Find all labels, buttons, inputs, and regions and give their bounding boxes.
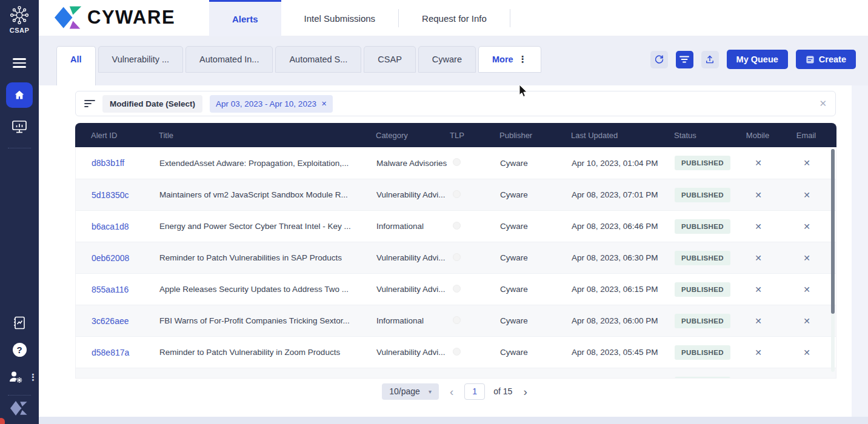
- filter-value-chip[interactable]: Apr 03, 2023 - Apr 10, 2023 ✕: [210, 95, 333, 113]
- alert-id-link[interactable]: b6aca1d8: [92, 222, 129, 231]
- email-disabled-icon: ✕: [803, 348, 810, 357]
- sidebar-item-admin[interactable]: ⋮: [0, 369, 39, 384]
- admin-kebab-icon[interactable]: ⋮: [28, 373, 38, 382]
- csap-logo[interactable]: CSAP: [0, 5, 39, 34]
- tlp-indicator: [453, 253, 461, 261]
- column-header-publisher[interactable]: Publisher: [486, 131, 558, 140]
- filter-tab-label: All: [70, 55, 82, 64]
- alert-category: Informational: [363, 222, 448, 231]
- alert-last-updated: Apr 08, 2023, 05:45 PM: [558, 348, 661, 357]
- alert-last-updated: Apr 08, 2023, 06:00 PM: [558, 316, 661, 325]
- status-badge: PUBLISHED: [675, 345, 730, 360]
- email-disabled-icon: ✕: [803, 190, 810, 200]
- alert-title: Maintainers of vm2 JavaScript Sandbox Mo…: [159, 190, 363, 199]
- remove-filter-icon[interactable]: ✕: [321, 100, 327, 108]
- scrollbar-thumb[interactable]: [831, 149, 835, 314]
- cyware-sidebar-logo: [0, 400, 39, 417]
- alert-title: Energy and Power Sector Cyber Threat Int…: [159, 222, 363, 231]
- user-settings-icon: [8, 369, 24, 384]
- alert-last-updated: Apr 10, 2023, 01:04 PM: [558, 159, 661, 168]
- sidebar-item-help[interactable]: ?: [0, 343, 39, 357]
- next-page-button[interactable]: ›: [521, 386, 529, 397]
- table-row[interactable]: d8b3b1ff ExtendedAsset Adware: Propagati…: [76, 147, 836, 179]
- filter-button[interactable]: [676, 51, 693, 68]
- mobile-disabled-icon: ✕: [755, 190, 762, 200]
- alert-title: ExtendedAsset Adware: Propagation, Explo…: [159, 159, 363, 168]
- sidebar-divider: [8, 395, 31, 396]
- column-header-status[interactable]: Status: [661, 131, 735, 140]
- more-kebab-icon[interactable]: ⋮: [518, 54, 527, 65]
- table-row[interactable]: b6aca1d8 Energy and Power Sector Cyber T…: [76, 210, 836, 242]
- bottom-strip: [39, 417, 868, 424]
- alert-id-link[interactable]: d8b3b1ff: [92, 158, 124, 168]
- column-header-alert-id[interactable]: Alert ID: [75, 131, 159, 140]
- funnel-lines-icon[interactable]: [84, 99, 95, 108]
- table-row[interactable]: 0eb62008 Reminder to Patch Vulnerabiliti…: [76, 242, 836, 273]
- sidebar-item-dashboard[interactable]: [0, 119, 39, 134]
- column-header-last-updated[interactable]: Last Updated: [558, 131, 661, 140]
- alert-publisher: Cyware: [487, 190, 558, 199]
- column-header-title[interactable]: Title: [159, 131, 362, 140]
- table-row[interactable]: PUBLISHED: [76, 368, 836, 379]
- alert-id-link[interactable]: 855aa116: [92, 285, 129, 294]
- alert-title: Reminder to Patch Vulnerabilities in SAP…: [159, 253, 363, 262]
- export-button[interactable]: [701, 51, 719, 68]
- filter-lines-icon: [679, 55, 689, 64]
- table-row[interactable]: 3c626aee FBI Warns of For-Profit Compani…: [76, 305, 836, 336]
- alert-id-link[interactable]: 3c626aee: [92, 316, 129, 326]
- filter-tab-label: Automated In...: [199, 55, 259, 64]
- home-icon: [6, 82, 33, 108]
- clear-filters-icon[interactable]: ✕: [819, 98, 827, 109]
- menu-toggle-button[interactable]: [0, 58, 39, 68]
- tab-alerts[interactable]: Alerts: [209, 0, 281, 36]
- tlp-indicator: [453, 158, 461, 166]
- filter-tab-vulnerability[interactable]: Vulnerability ...: [98, 46, 184, 73]
- alert-title: Reminder to Patch Vulnerability in Zoom …: [159, 348, 363, 357]
- sidebar-item-reports[interactable]: [0, 315, 39, 331]
- sidebar-item-home[interactable]: [0, 82, 39, 108]
- refresh-button[interactable]: [650, 51, 668, 68]
- column-header-category[interactable]: Category: [362, 131, 447, 140]
- alerts-table: Alert IDTitleCategoryTLPPublisherLast Up…: [75, 123, 836, 379]
- table-row[interactable]: 855aa116 Apple Releases Security Updates…: [76, 273, 836, 305]
- alert-category: Vulnerability Advi...: [363, 348, 448, 357]
- toolbar-actions: My Queue Create: [650, 50, 856, 69]
- recording-indicator: [0, 418, 5, 424]
- alert-publisher: Cyware: [487, 348, 558, 357]
- page-count-label: of 15: [493, 386, 512, 396]
- filter-field-chip[interactable]: Modified Date (Select): [102, 95, 202, 113]
- page-size-select[interactable]: 10/page ▾: [382, 383, 439, 400]
- filter-tab-label: CSAP: [378, 55, 402, 64]
- create-button[interactable]: Create: [796, 50, 856, 69]
- alert-category: Vulnerability Advi...: [363, 190, 448, 199]
- alert-publisher: Cyware: [487, 285, 558, 294]
- filter-tab-all[interactable]: All: [56, 46, 96, 85]
- alert-id-link[interactable]: d58e817a: [92, 348, 129, 357]
- alert-id-link[interactable]: 0eb62008: [92, 253, 129, 263]
- page-number-input[interactable]: [464, 383, 485, 400]
- alert-publisher: Cyware: [487, 316, 558, 325]
- filter-tab-automated-in[interactable]: Automated In...: [185, 46, 273, 73]
- table-scrollbar[interactable]: [831, 149, 835, 372]
- filter-value-text: Apr 03, 2023 - Apr 10, 2023: [216, 99, 316, 108]
- table-row[interactable]: 5d18350c Maintainers of vm2 JavaScript S…: [76, 179, 836, 210]
- column-header-email[interactable]: Email: [781, 131, 832, 140]
- tab-request-for-info[interactable]: Request for Info: [399, 0, 510, 36]
- email-disabled-icon: ✕: [803, 253, 810, 263]
- mobile-disabled-icon: ✕: [755, 158, 762, 168]
- filter-tab-cyware[interactable]: Cyware: [418, 46, 476, 73]
- filter-tab-automated-s[interactable]: Automated S...: [275, 46, 361, 73]
- table-row[interactable]: d58e817a Reminder to Patch Vulnerability…: [76, 336, 836, 368]
- column-header-tlp[interactable]: TLP: [447, 131, 486, 140]
- column-header-mobile[interactable]: Mobile: [735, 131, 781, 140]
- status-badge: PUBLISHED: [675, 282, 730, 297]
- alert-id-link[interactable]: 5d18350c: [92, 190, 129, 200]
- alert-last-updated: Apr 08, 2023, 06:30 PM: [558, 253, 661, 262]
- tab-intel-submissions[interactable]: Intel Submissions: [281, 0, 399, 36]
- mobile-disabled-icon: ✕: [755, 285, 762, 294]
- tlp-indicator: [453, 348, 461, 356]
- filter-tab-more[interactable]: More⋮: [478, 46, 541, 73]
- prev-page-button[interactable]: ‹: [447, 386, 456, 397]
- filter-tab-csap[interactable]: CSAP: [364, 46, 416, 73]
- my-queue-button[interactable]: My Queue: [727, 50, 788, 69]
